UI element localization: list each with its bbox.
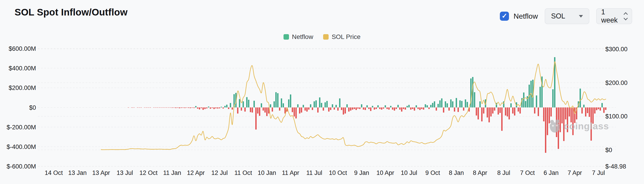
svg-text:8 Jul: 8 Jul [497,170,510,176]
svg-text:11 Apr: 11 Apr [282,170,299,176]
svg-text:11 Jan: 11 Jan [163,170,181,176]
svg-text:$600.00M: $600.00M [9,45,36,52]
svg-text:$200.00: $200.00 [605,80,628,86]
svg-text:$0: $0 [29,104,36,111]
svg-text:$0: $0 [605,147,612,154]
svg-text:9 Oct: 9 Oct [426,170,440,176]
svg-text:$200.00M: $200.00M [9,84,36,91]
y-axis-right-labels: $300.00$200.00$100.00$0$-48.98 [605,46,628,170]
svg-text:8 Apr: 8 Apr [473,170,487,176]
svg-text:$-200.00M: $-200.00M [6,124,36,131]
svg-text:7 Oct: 7 Oct [520,170,535,176]
svg-text:13 Jan: 13 Jan [68,170,86,176]
svg-text:13 Apr: 13 Apr [92,170,110,176]
netflow-bars [128,57,606,153]
svg-text:10 Jul: 10 Jul [401,170,417,176]
svg-text:13 Jul: 13 Jul [116,170,133,176]
svg-text:$300.00: $300.00 [605,46,628,52]
svg-text:$100.00: $100.00 [605,113,628,120]
svg-text:6 Jan: 6 Jan [544,170,558,176]
svg-text:10 Apr: 10 Apr [376,170,394,176]
svg-text:7 Jul: 7 Jul [592,170,605,176]
svg-text:$400.00M: $400.00M [9,65,36,72]
svg-text:12 Jul: 12 Jul [211,170,228,176]
chart-canvas[interactable]: $600.00M$400.00M$200.00M$0$-200.00M$-400… [0,0,644,184]
svg-text:12 Apr: 12 Apr [187,170,205,176]
svg-text:$-400.00M: $-400.00M [6,144,36,150]
svg-text:$-600.00M: $-600.00M [6,163,36,170]
svg-text:9 Jan: 9 Jan [354,170,369,176]
x-axis-labels: 14 Oct13 Jan13 Apr13 Jul12 Oct11 Jan12 A… [45,170,605,176]
svg-text:10 Jan: 10 Jan [258,170,276,176]
svg-text:12 Oct: 12 Oct [139,170,158,176]
svg-text:11 Oct: 11 Oct [234,170,252,176]
svg-text:10 Oct: 10 Oct [329,170,347,176]
svg-text:11 Jul: 11 Jul [306,170,322,176]
svg-text:14 Oct: 14 Oct [45,170,63,176]
y-axis-left-labels: $600.00M$400.00M$200.00M$0$-200.00M$-400… [6,45,36,170]
price-line [101,62,606,150]
svg-text:8 Jan: 8 Jan [449,170,464,176]
svg-text:$-48.98: $-48.98 [605,163,626,170]
svg-text:7 Apr: 7 Apr [568,170,582,176]
